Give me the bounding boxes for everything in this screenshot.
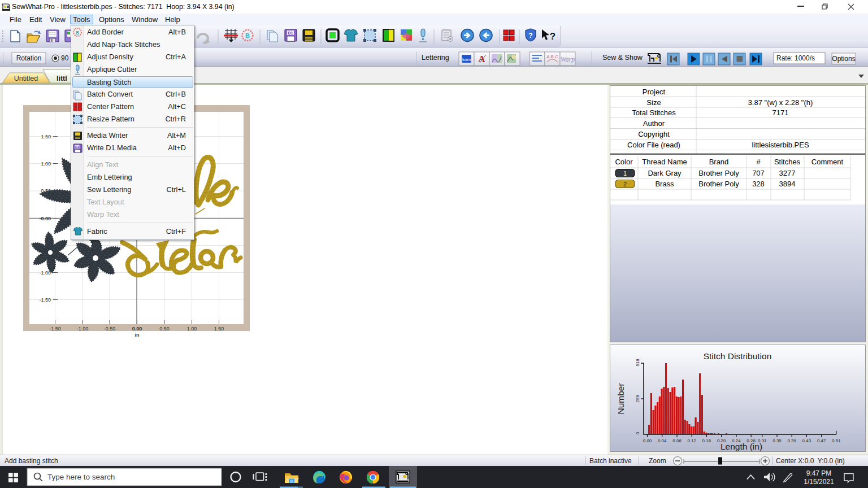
svg-text:1.50: 1.50	[41, 134, 51, 140]
svg-text:1.00: 1.00	[187, 326, 197, 332]
svg-text:Stitch Distribution: Stitch Distribution	[704, 351, 772, 361]
svg-text:1/15/2021: 1/15/2021	[804, 478, 834, 486]
svg-text:Type here to search: Type here to search	[47, 473, 115, 481]
svg-text:0.47: 0.47	[817, 438, 826, 443]
svg-text:Stitches: Stitches	[774, 158, 801, 166]
svg-text:707: 707	[752, 169, 765, 177]
svg-text:0.43: 0.43	[802, 438, 811, 443]
svg-text:Warp: Warp	[561, 55, 575, 63]
svg-text:0.04: 0.04	[658, 438, 667, 443]
svg-text:0.39: 0.39	[787, 438, 796, 443]
svg-text:Sew & Show: Sew & Show	[602, 54, 643, 62]
svg-text:Dark Gray: Dark Gray	[648, 169, 682, 177]
svg-text:Color: Color	[615, 158, 633, 166]
svg-text:-0.50: -0.50	[104, 326, 116, 332]
svg-text:1: 1	[623, 170, 627, 177]
svg-text:?: ?	[528, 32, 532, 40]
svg-text:-1.50: -1.50	[49, 326, 61, 332]
svg-text:Size: Size	[646, 98, 661, 107]
svg-text:0: 0	[635, 432, 640, 434]
svg-text:9:47 PM: 9:47 PM	[806, 469, 832, 477]
svg-text:B: B	[245, 32, 250, 39]
svg-text:3894: 3894	[779, 180, 796, 188]
svg-text:0.08: 0.08	[672, 438, 682, 443]
svg-text:Rate: 1000/s: Rate: 1000/s	[776, 54, 815, 62]
svg-text:-0.00: -0.00	[39, 216, 51, 221]
svg-text:0.12: 0.12	[687, 438, 696, 443]
svg-text:kom: kom	[462, 57, 471, 62]
svg-text:7171: 7171	[772, 108, 789, 117]
svg-text:Lettering: Lettering	[422, 54, 449, 62]
svg-text:0.00: 0.00	[643, 438, 652, 443]
svg-text:Rotation: Rotation	[16, 54, 42, 62]
svg-text:D1: D1	[75, 145, 79, 149]
svg-text:B: B	[76, 30, 79, 36]
svg-text:Author: Author	[643, 119, 665, 128]
svg-text:3277: 3277	[779, 169, 796, 177]
svg-text:?: ?	[550, 31, 555, 42]
svg-text:1.50: 1.50	[214, 326, 224, 332]
svg-text:259: 259	[635, 395, 640, 403]
svg-text:Color File (read): Color File (read)	[627, 141, 680, 149]
svg-text:0.16: 0.16	[702, 438, 711, 443]
svg-text:0.50: 0.50	[159, 326, 170, 332]
svg-text:Options: Options	[832, 55, 855, 63]
svg-text:Project: Project	[643, 88, 666, 96]
svg-text:1.00: 1.00	[41, 161, 51, 167]
svg-text:littl: littl	[57, 75, 67, 82]
svg-text:in: in	[135, 332, 140, 338]
svg-text:Thread Name: Thread Name	[642, 158, 687, 166]
svg-text:Brand: Brand	[709, 158, 729, 166]
svg-text:518: 518	[635, 359, 640, 367]
svg-text:D1: D1	[288, 31, 293, 35]
svg-text:A: A	[478, 54, 485, 64]
svg-text:328: 328	[752, 180, 765, 188]
svg-text:0.51: 0.51	[832, 438, 841, 443]
svg-text:Total Stitches: Total Stitches	[632, 108, 676, 117]
svg-text:2: 2	[623, 181, 627, 188]
svg-text:#: #	[756, 158, 761, 166]
svg-text:Length (in): Length (in)	[721, 442, 762, 451]
svg-text:0.00: 0.00	[132, 326, 142, 332]
svg-text:0.35: 0.35	[772, 438, 782, 443]
svg-text:-1.00: -1.00	[77, 326, 89, 332]
svg-text:Comment: Comment	[811, 158, 844, 166]
svg-text:A B C: A B C	[546, 54, 558, 59]
svg-text:Brass: Brass	[655, 180, 674, 188]
svg-text:Brother Poly: Brother Poly	[698, 169, 739, 177]
svg-text:-1.50: -1.50	[39, 297, 51, 303]
svg-text:Brother Poly: Brother Poly	[698, 180, 739, 188]
svg-text:Copyright: Copyright	[638, 130, 670, 138]
svg-text:Number: Number	[616, 383, 626, 414]
svg-text:Untitled: Untitled	[14, 75, 38, 82]
svg-text:littlesisterbib.PES: littlesisterbib.PES	[752, 141, 809, 149]
svg-text:90: 90	[61, 54, 69, 62]
svg-text:3.87 "(w) x 2.28 "(h): 3.87 "(w) x 2.28 "(h)	[748, 98, 813, 107]
